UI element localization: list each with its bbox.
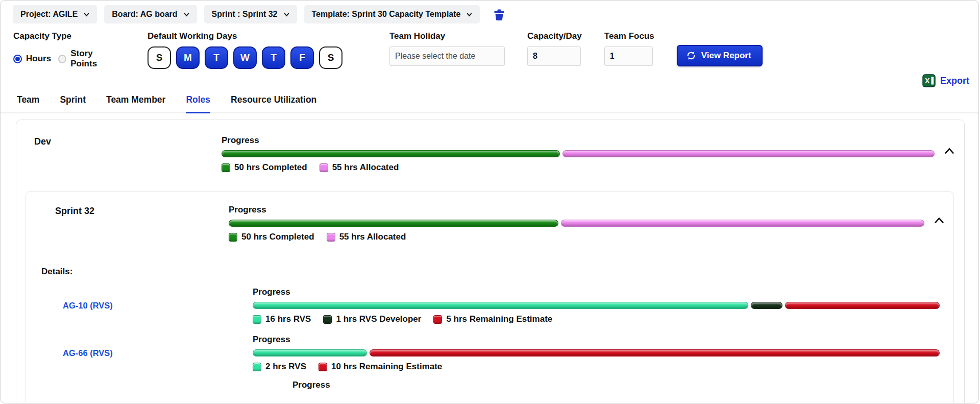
sprint-dropdown-label: Sprint : Sprint 32 xyxy=(212,10,278,19)
legend-swatch xyxy=(229,233,237,242)
board-dropdown[interactable]: Board: AG board xyxy=(104,5,197,23)
tab-roles[interactable]: Roles xyxy=(186,94,210,113)
progress-segment-remaining_red xyxy=(370,349,940,357)
tab-resource-utilization[interactable]: Resource Utilization xyxy=(231,94,316,112)
legend-item: 50 hrs Completed xyxy=(229,232,314,242)
chevron-down-icon xyxy=(284,12,289,17)
progress-bar xyxy=(253,302,940,309)
legend-swatch xyxy=(253,315,261,324)
team-row: Dev Progress 50 hrs Completed55 hrs Allo… xyxy=(16,135,964,173)
export-button[interactable]: X Export xyxy=(922,74,969,87)
team-focus-input[interactable] xyxy=(604,46,653,66)
view-report-label: View Report xyxy=(701,51,751,61)
team-progress: Progress 50 hrs Completed55 hrs Allocate… xyxy=(222,135,935,173)
detail-row: AG-66 (RVS) Progress 2 hrs RVS10 hrs Rem… xyxy=(26,335,953,372)
working-day-button-t[interactable]: T xyxy=(205,46,228,69)
legend-label: 5 hrs Remaining Estimate xyxy=(446,314,552,324)
progress-segment-completed_green xyxy=(222,150,560,157)
progress-segment-rvs_green xyxy=(253,349,367,357)
detail-row: AG-10 (RVS) Progress 16 hrs RVS1 hrs RVS… xyxy=(26,287,953,324)
working-day-button-f[interactable]: F xyxy=(290,46,314,69)
radio-story-points[interactable]: Story Points xyxy=(58,49,118,69)
radio-hours[interactable]: Hours xyxy=(13,54,51,64)
export-row: X Export xyxy=(1,73,978,88)
legend-swatch xyxy=(323,315,332,324)
legend-label: 1 hrs RVS Developer xyxy=(336,314,421,324)
legend-item: 5 hrs Remaining Estimate xyxy=(433,314,552,324)
delete-template-button[interactable] xyxy=(493,8,505,21)
progress-title: Progress xyxy=(229,205,924,215)
legend-label: 16 hrs RVS xyxy=(265,314,311,324)
progress-title: Progress xyxy=(253,335,940,345)
collapse-sprint-button[interactable] xyxy=(934,216,945,224)
capacity-per-day-group: Capacity/Day xyxy=(527,31,582,66)
legend-swatch xyxy=(320,163,328,172)
progress-legend: 50 hrs Completed55 hrs Allocated xyxy=(222,162,935,173)
legend-swatch xyxy=(318,363,327,371)
radio-selected-icon xyxy=(13,55,22,63)
legend-swatch xyxy=(433,315,442,324)
chevron-up-icon xyxy=(934,216,945,224)
progress-bar xyxy=(222,150,935,157)
legend-label: 50 hrs Completed xyxy=(241,232,314,242)
legend-item: 55 hrs Allocated xyxy=(327,232,406,242)
progress-segment-remaining_red xyxy=(785,302,940,309)
refresh-icon xyxy=(686,51,696,61)
collapse-team-button[interactable] xyxy=(944,147,955,155)
trash-icon xyxy=(493,8,505,21)
legend-label: 55 hrs Allocated xyxy=(339,232,406,242)
progress-segment-rvs_green xyxy=(253,302,748,309)
svg-text:X: X xyxy=(925,77,930,85)
chevron-down-icon xyxy=(84,12,89,17)
chevron-up-icon xyxy=(944,147,955,155)
view-report-button[interactable]: View Report xyxy=(677,45,763,66)
team-focus-group: Team Focus xyxy=(604,31,654,66)
working-day-button-s[interactable]: S xyxy=(319,46,342,69)
legend-item: 55 hrs Allocated xyxy=(320,162,399,173)
chevron-down-icon xyxy=(467,12,472,17)
issue-progress: Progress 2 hrs RVS10 hrs Remaining Estim… xyxy=(253,335,940,372)
working-day-button-t[interactable]: T xyxy=(262,46,285,69)
legend-swatch xyxy=(253,363,261,371)
team-role-title: Dev xyxy=(34,135,222,147)
issue-link-ag66[interactable]: AG-66 (RVS) xyxy=(41,348,253,358)
chevron-down-icon xyxy=(184,12,189,17)
legend-swatch xyxy=(327,233,335,242)
legend-item: 10 hrs Remaining Estimate xyxy=(318,362,442,372)
roles-panel: Dev Progress 50 hrs Completed55 hrs Allo… xyxy=(16,120,965,403)
sprint-title: Sprint 32 xyxy=(55,205,229,217)
legend-label: 10 hrs Remaining Estimate xyxy=(331,362,442,372)
working-days-group: Default Working Days SMTWTFS xyxy=(148,31,342,69)
capacity-per-day-label: Capacity/Day xyxy=(527,31,582,41)
progress-legend: 50 hrs Completed55 hrs Allocated xyxy=(229,232,924,242)
working-days-label: Default Working Days xyxy=(148,31,342,41)
progress-segment-allocated_violet xyxy=(561,220,924,227)
sprint-progress: Progress 50 hrs Completed55 hrs Allocate… xyxy=(229,205,924,242)
legend-item: 50 hrs Completed xyxy=(222,162,307,173)
progress-segment-rvs_dev_green xyxy=(751,302,782,309)
legend-label: 55 hrs Allocated xyxy=(332,162,399,173)
team-holiday-input[interactable] xyxy=(389,46,505,66)
team-holiday-label: Team Holiday xyxy=(389,31,505,41)
sprint-dropdown[interactable]: Sprint : Sprint 32 xyxy=(204,5,297,23)
project-dropdown[interactable]: Project: AGILE xyxy=(13,5,97,23)
tab-sprint[interactable]: Sprint xyxy=(60,94,86,112)
issue-link-ag10[interactable]: AG-10 (RVS) xyxy=(41,301,253,311)
progress-legend: 16 hrs RVS1 hrs RVS Developer5 hrs Remai… xyxy=(253,314,940,324)
tab-team[interactable]: Team xyxy=(17,94,39,112)
sprint-row: Sprint 32 Progress 50 hrs Completed55 hr… xyxy=(26,205,953,242)
tab-team-member[interactable]: Team Member xyxy=(106,94,165,112)
radio-story-points-label: Story Points xyxy=(70,49,118,69)
project-dropdown-label: Project: AGILE xyxy=(20,10,78,19)
issue-progress: Progress 16 hrs RVS1 hrs RVS Developer5 … xyxy=(253,287,940,324)
template-dropdown[interactable]: Template: Sprint 30 Capacity Template xyxy=(304,5,480,23)
radio-unselected-icon xyxy=(58,55,66,63)
capacity-per-day-input[interactable] xyxy=(527,46,581,66)
excel-icon: X xyxy=(922,74,936,87)
capacity-type-options: Hours Story Points xyxy=(13,49,118,69)
working-day-button-m[interactable]: M xyxy=(176,46,200,69)
working-day-button-w[interactable]: W xyxy=(233,46,257,69)
export-label: Export xyxy=(940,76,969,86)
working-day-button-s[interactable]: S xyxy=(148,46,171,69)
progress-segment-completed_green xyxy=(229,220,558,227)
